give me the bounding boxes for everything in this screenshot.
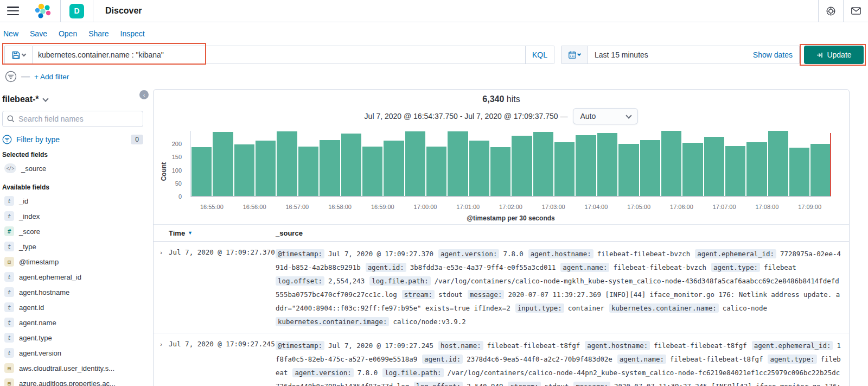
query-language-button[interactable]: KQL bbox=[526, 46, 554, 64]
histogram-bar[interactable] bbox=[512, 136, 532, 196]
nav-link-open[interactable]: Open bbox=[59, 29, 77, 38]
source-column-header: _source bbox=[276, 229, 303, 237]
field-item[interactable]: ⊞azure.auditlogs.properties.ac... bbox=[2, 376, 143, 386]
nav-link-share[interactable]: Share bbox=[88, 29, 108, 38]
histogram-bar[interactable] bbox=[192, 147, 212, 196]
filter-count-badge: 0 bbox=[131, 135, 143, 144]
histogram-bar[interactable] bbox=[277, 131, 297, 196]
nav-link-inspect[interactable]: Inspect bbox=[120, 29, 145, 38]
histogram-bar[interactable] bbox=[789, 148, 809, 196]
histogram-bar[interactable] bbox=[640, 140, 660, 196]
x-tick-label: 16:57:00 bbox=[285, 204, 309, 210]
time-range-value[interactable]: Last 15 minutes bbox=[588, 50, 648, 59]
field-item[interactable]: ⊞@timestamp bbox=[2, 254, 143, 269]
hits-label: hits bbox=[507, 94, 520, 104]
histogram-bar[interactable] bbox=[469, 141, 489, 196]
query-input[interactable]: kubernetes.container.name : "kibana" bbox=[32, 46, 526, 64]
histogram-bar[interactable] bbox=[426, 147, 446, 196]
update-button[interactable]: Update bbox=[804, 46, 864, 64]
top-header: D Discover bbox=[0, 0, 868, 22]
field-name-badge: stream: bbox=[508, 382, 540, 386]
field-item[interactable]: tagent.version bbox=[2, 345, 143, 360]
histogram-bar[interactable] bbox=[213, 132, 233, 196]
expand-row-icon[interactable]: › bbox=[154, 247, 169, 328]
hamburger-menu-icon[interactable] bbox=[7, 7, 19, 15]
field-item[interactable]: tagent.hostname bbox=[2, 284, 143, 300]
field-item[interactable]: tagent.name bbox=[2, 315, 143, 330]
field-name-badge: agent.type: bbox=[768, 355, 816, 364]
sort-desc-icon[interactable]: ▼ bbox=[188, 230, 193, 236]
help-icon[interactable] bbox=[819, 0, 843, 22]
index-pattern-selector[interactable]: filebeat-* bbox=[2, 91, 143, 111]
string-field-icon: t bbox=[4, 242, 14, 251]
discover-nav-links: NewSaveOpenShareInspect bbox=[0, 22, 868, 43]
filter-by-type-row[interactable]: Filter by type 0 bbox=[2, 135, 143, 144]
field-item[interactable]: tagent.type bbox=[2, 330, 143, 345]
field-name-badge: agent.name: bbox=[617, 355, 666, 364]
chevron-down-icon bbox=[42, 96, 48, 102]
nav-link-save[interactable]: Save bbox=[30, 29, 47, 38]
field-item[interactable]: tagent.ephemeral_id bbox=[2, 269, 143, 284]
histogram-bar[interactable] bbox=[682, 143, 703, 196]
field-value: container bbox=[568, 304, 604, 312]
field-item[interactable]: t_id bbox=[2, 193, 143, 208]
histogram-bar[interactable] bbox=[448, 131, 468, 196]
histogram-bar[interactable] bbox=[618, 144, 639, 196]
field-name-badge: stream: bbox=[402, 290, 435, 299]
histogram-bar[interactable] bbox=[320, 140, 340, 196]
expand-row-icon[interactable]: › bbox=[154, 339, 169, 386]
histogram-bar[interactable] bbox=[810, 144, 831, 196]
mail-icon[interactable] bbox=[844, 0, 868, 22]
histogram-bar[interactable] bbox=[298, 147, 318, 196]
histogram-bar[interactable] bbox=[384, 141, 404, 196]
field-value: filebeat-filebeat-t8fgf bbox=[654, 341, 747, 350]
field-item[interactable]: t_type bbox=[2, 239, 143, 254]
chart-range-label: Jul 7, 2020 @ 16:54:37.750 - Jul 7, 2020… bbox=[365, 112, 568, 121]
field-item[interactable]: </>_source bbox=[2, 161, 143, 176]
string-field-icon: t bbox=[4, 318, 14, 327]
histogram-bar[interactable] bbox=[362, 147, 382, 196]
histogram-bar[interactable] bbox=[490, 147, 510, 196]
histogram-bar[interactable] bbox=[533, 132, 553, 196]
header-divider bbox=[60, 0, 61, 22]
collapse-sidebar-button[interactable]: ‹ bbox=[139, 90, 149, 99]
show-dates-link[interactable]: Show dates bbox=[753, 50, 799, 59]
search-icon bbox=[7, 115, 15, 123]
field-value: stdout bbox=[438, 290, 463, 299]
row-source: @timestamp:Jul 7, 2020 @ 17:09:27.245hos… bbox=[276, 339, 849, 386]
histogram-bar[interactable] bbox=[746, 142, 767, 196]
row-time: Jul 7, 2020 @ 17:09:27.370 bbox=[169, 247, 276, 328]
available-fields-list: t_idt_index#_scoret_type⊞@timestamptagen… bbox=[2, 193, 143, 386]
histogram-bar[interactable] bbox=[256, 141, 276, 196]
add-filter-link[interactable]: + Add filter bbox=[34, 73, 69, 81]
histogram-bar[interactable] bbox=[661, 131, 681, 196]
nav-link-new[interactable]: New bbox=[3, 29, 18, 38]
field-item[interactable]: t_index bbox=[2, 208, 143, 224]
string-field-icon: t bbox=[4, 196, 14, 206]
date-picker: Last 15 minutes Show dates bbox=[561, 46, 800, 64]
histogram-bar[interactable] bbox=[576, 135, 596, 196]
field-search-input[interactable] bbox=[18, 115, 127, 123]
histogram-bar[interactable] bbox=[597, 133, 617, 196]
date-quick-menu-button[interactable] bbox=[561, 46, 588, 64]
field-value: calico-node bbox=[723, 304, 767, 312]
field-name: agent.type bbox=[19, 334, 52, 342]
filter-icon[interactable] bbox=[5, 71, 17, 83]
histogram-bar[interactable] bbox=[704, 137, 724, 196]
field-item[interactable]: #_score bbox=[2, 224, 143, 239]
histogram-bar[interactable] bbox=[341, 134, 361, 196]
histogram-bar[interactable] bbox=[725, 146, 745, 196]
time-column-header[interactable]: Time bbox=[169, 229, 185, 237]
x-tick-label: 17:09:00 bbox=[798, 204, 821, 210]
field-item[interactable]: ⊞aws.cloudtrail.user_identity.s... bbox=[2, 360, 143, 376]
available-fields-heading: Available fields bbox=[2, 183, 143, 191]
saved-query-menu-button[interactable] bbox=[4, 46, 32, 64]
x-tick-label: 17:00:00 bbox=[414, 204, 437, 210]
interval-select[interactable]: Auto bbox=[573, 108, 638, 124]
field-name: _index bbox=[19, 212, 40, 220]
histogram-bar[interactable] bbox=[234, 144, 254, 196]
histogram-bar[interactable] bbox=[768, 131, 788, 196]
histogram-bar[interactable] bbox=[554, 142, 575, 196]
field-item[interactable]: tagent.id bbox=[2, 300, 143, 315]
histogram-bar[interactable] bbox=[405, 131, 425, 196]
